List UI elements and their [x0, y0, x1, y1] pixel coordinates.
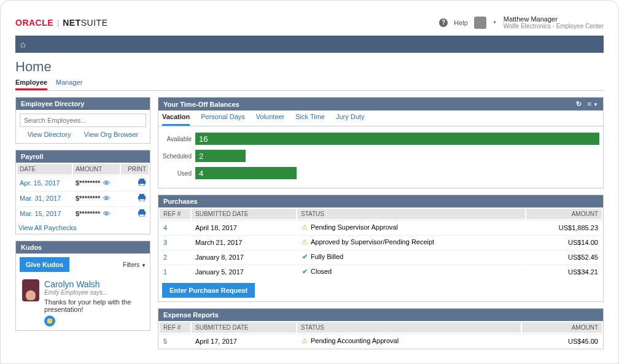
- enter-purchase-request-button[interactable]: Enter Purchase Request: [162, 283, 255, 298]
- amount-cell: US$52.45: [526, 250, 602, 263]
- payroll-row: Apr. 15, 2017$******** 👁: [17, 176, 149, 190]
- user-subtext: Wolfe Electronics - Employee Center: [504, 23, 604, 29]
- print-button[interactable]: [121, 191, 149, 205]
- timeoff-bar-label: Available: [162, 136, 195, 142]
- print-button[interactable]: [121, 206, 149, 220]
- page-tabs: Employee Manager: [15, 79, 604, 91]
- table-row: 1January 5, 2017✔ClosedUS$34.21: [160, 265, 602, 278]
- kudos-badge-icon: [44, 316, 55, 327]
- submitted-date: April 18, 2017: [192, 220, 296, 234]
- timeoff-tab-volunteer[interactable]: Volunteer: [256, 113, 284, 126]
- svg-rect-1: [139, 179, 144, 181]
- status-cell: ⚠Approved by Supervisor/Pending Receipt: [297, 235, 525, 249]
- search-employees-input[interactable]: [20, 114, 146, 127]
- payroll-amount: $******** 👁: [73, 191, 120, 205]
- expenses-col-date: SUBMITTED DATE: [192, 322, 296, 333]
- tab-manager[interactable]: Manager: [56, 79, 82, 90]
- view-org-browser-link[interactable]: View Org Browser: [84, 131, 138, 138]
- eye-icon[interactable]: 👁: [103, 210, 110, 217]
- page-title: Home: [15, 59, 604, 75]
- timeoff-bar-row: Available16: [162, 133, 599, 145]
- payroll-portlet: Payroll DATE AMOUNT PRINT Apr. 15, 2017$…: [15, 150, 150, 234]
- kudos-title: Kudos: [21, 244, 42, 251]
- give-kudos-button[interactable]: Give Kudos: [20, 257, 69, 272]
- payroll-date[interactable]: Mar. 31, 2017: [17, 191, 72, 205]
- purchases-portlet: Purchases REF # SUBMITTED DATE STATUS AM…: [158, 195, 604, 302]
- ref-link[interactable]: 1: [160, 265, 190, 278]
- warning-icon: ⚠: [301, 238, 308, 246]
- purchases-title: Purchases: [163, 198, 198, 205]
- timeoff-tab-vacation[interactable]: Vacation: [162, 113, 190, 126]
- tab-employee[interactable]: Employee: [15, 79, 47, 90]
- purchases-col-status: STATUS: [297, 209, 525, 219]
- ref-link[interactable]: 5: [160, 334, 190, 347]
- table-row: 4April 18, 2017⚠Pending Supervisor Appro…: [160, 220, 602, 234]
- payroll-col-print: PRINT: [121, 164, 149, 174]
- payroll-amount: $******** 👁: [73, 176, 120, 190]
- eye-icon[interactable]: 👁: [103, 179, 110, 187]
- submitted-date: January 8, 2017: [192, 250, 296, 263]
- purchases-col-date: SUBMITTED DATE: [192, 209, 296, 219]
- submitted-date: April 17, 2017: [192, 334, 296, 347]
- expenses-title: Expense Reports: [163, 311, 219, 319]
- employee-directory-portlet: Employee Directory View Directory View O…: [15, 97, 150, 144]
- timeoff-tab-jury-duty[interactable]: Jury Duty: [336, 113, 364, 126]
- kudos-person-name[interactable]: Carolyn Walsh: [44, 279, 144, 289]
- kudos-subtext: Emily Employee says...: [44, 289, 144, 296]
- print-button[interactable]: [121, 176, 149, 190]
- table-row: 3March 21, 2017⚠Approved by Supervisor/P…: [160, 235, 602, 249]
- svg-rect-7: [139, 209, 144, 212]
- payroll-col-amount: AMOUNT: [73, 164, 120, 174]
- portlet-menu-icon[interactable]: ≡ ▼: [588, 100, 598, 108]
- status-cell: ✔Closed: [297, 265, 525, 278]
- view-all-paychecks-link[interactable]: View All Paychecks: [16, 222, 79, 234]
- chevron-down-icon[interactable]: ▼: [492, 20, 497, 25]
- employee-directory-title: Employee Directory: [21, 100, 84, 107]
- help-icon[interactable]: ?: [439, 18, 448, 27]
- kudos-avatar-icon[interactable]: [22, 279, 39, 301]
- help-link[interactable]: Help: [454, 19, 468, 26]
- status-cell: ⚠Pending Accounting Approval: [297, 334, 521, 347]
- timeoff-bar-row: Scheduled2: [162, 150, 599, 162]
- payroll-amount: $******** 👁: [73, 206, 120, 220]
- timeoff-tabs: VacationPersonal DaysVolunteerSick TimeJ…: [158, 110, 603, 126]
- timeoff-tab-sick-time[interactable]: Sick Time: [295, 113, 325, 126]
- timeoff-bar-fill: 2: [195, 150, 246, 162]
- purchases-col-amount: AMOUNT: [526, 209, 602, 219]
- svg-rect-2: [139, 184, 144, 186]
- payroll-date[interactable]: Apr. 15, 2017: [17, 176, 72, 190]
- kudos-filters[interactable]: Filters ▼: [123, 261, 146, 268]
- payroll-row: Mar. 15, 2017$******** 👁: [17, 206, 149, 220]
- timeoff-title: Your Time-Off Balances: [163, 101, 239, 108]
- timeoff-bar-label: Used: [162, 170, 195, 177]
- chevron-down-icon: ▼: [141, 263, 146, 268]
- amount-cell: US$1,885.23: [526, 220, 602, 234]
- timeoff-tab-personal-days[interactable]: Personal Days: [201, 113, 245, 126]
- svg-rect-4: [139, 194, 144, 196]
- check-icon: ✔: [301, 268, 308, 276]
- payroll-date[interactable]: Mar. 15, 2017: [17, 206, 72, 220]
- amount-cell: US$34.21: [526, 265, 602, 278]
- user-name: Matthew Manager: [504, 15, 604, 23]
- ref-link[interactable]: 2: [160, 250, 190, 263]
- refresh-icon[interactable]: ↻: [576, 100, 582, 108]
- submitted-date: March 21, 2017: [192, 235, 296, 249]
- expenses-col-status: STATUS: [297, 322, 521, 333]
- ref-link[interactable]: 4: [160, 220, 190, 234]
- home-icon[interactable]: ⌂: [20, 39, 25, 49]
- user-info: Matthew Manager Wolfe Electronics - Empl…: [504, 15, 604, 29]
- svg-rect-8: [139, 214, 144, 217]
- netsuite-wordmark: NETSUITE: [63, 18, 107, 28]
- kudos-portlet: Kudos Give Kudos Filters ▼ Carolyn Walsh…: [15, 241, 150, 331]
- ref-link[interactable]: 3: [160, 235, 190, 249]
- user-avatar-icon[interactable]: [474, 17, 486, 29]
- oracle-wordmark: ORACLE: [15, 18, 53, 28]
- view-directory-link[interactable]: View Directory: [28, 131, 71, 138]
- status-cell: ✔Fully Billed: [297, 250, 525, 263]
- nav-bar: ⌂: [15, 36, 604, 53]
- payroll-row: Mar. 31, 2017$******** 👁: [17, 191, 149, 205]
- payroll-title: Payroll: [21, 153, 44, 160]
- eye-icon[interactable]: 👁: [103, 195, 110, 202]
- brand-separator: |: [57, 18, 59, 27]
- timeoff-bar-fill: 4: [195, 167, 297, 179]
